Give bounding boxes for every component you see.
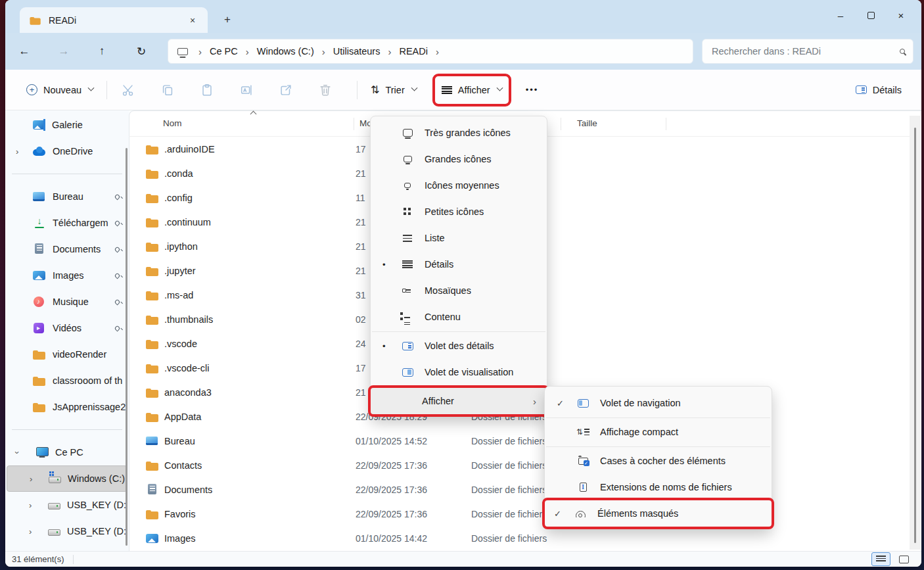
file-icon (146, 533, 159, 544)
titlebar: READi × + – × (5, 0, 921, 33)
menu-item-volet-des-details[interactable]: • Volet des détails (373, 333, 544, 359)
back-button[interactable]: ← (12, 40, 36, 62)
submenu-item-elements-masques[interactable]: ✓ Éléments masqués (545, 500, 772, 527)
scrollbar-thumb[interactable] (914, 128, 916, 543)
sidebar-item-icon (33, 191, 46, 202)
sidebar-item-icon (33, 348, 46, 360)
column-divider[interactable] (561, 118, 561, 130)
file-row[interactable]: Images 01/10/2025 14:42 Dossier de fichi… (129, 526, 910, 550)
sort-button[interactable]: ⇅ Trier (364, 76, 423, 104)
minimize-button[interactable]: – (825, 0, 856, 30)
sidebar-item[interactable]: Vidéos (7, 315, 127, 341)
column-header-size[interactable]: Taille (577, 118, 597, 128)
tab-readi[interactable]: READi × (20, 7, 208, 33)
submenu-item-volet-de-navigation[interactable]: ✓ Volet de navigation (547, 390, 769, 416)
file-icon (146, 508, 159, 520)
breadcrumb[interactable]: › Ce PC › Windows (C:) › Utilisateurs › … (168, 39, 693, 64)
column-header-name[interactable]: Nom (163, 118, 182, 128)
sidebar-item-ce-pc[interactable]: › Ce PC (7, 439, 127, 465)
menu-item-details[interactable]: • Détails (373, 251, 544, 277)
trash-icon (318, 83, 333, 97)
search-icon[interactable] (900, 49, 905, 54)
chevron-right-icon[interactable]: › (29, 500, 32, 510)
menu-item-contenu[interactable]: Contenu (373, 304, 544, 330)
sidebar-item[interactable]: Galerie (7, 112, 127, 138)
breadcrumb-item[interactable]: READi (399, 46, 428, 57)
copy-button[interactable] (153, 77, 182, 103)
breadcrumb-chevron-icon[interactable]: › (191, 46, 210, 57)
details-view-toggle[interactable] (871, 552, 890, 566)
file-row[interactable]: Favoris 22/09/2025 17:36 Dossier de fich… (129, 502, 910, 526)
breadcrumb-chevron-icon[interactable]: › (428, 46, 447, 57)
search-box[interactable] (702, 39, 913, 64)
submenu-item-cases-a-cocher[interactable]: Cases à cocher des éléments (547, 448, 769, 474)
search-input[interactable] (712, 46, 900, 57)
sidebar-item[interactable]: Images (7, 262, 127, 289)
sidebar-item[interactable]: JsApprenissage2 (7, 394, 127, 420)
menu-item-afficher-submenu[interactable]: Afficher › (371, 388, 547, 414)
plus-circle-icon: + (26, 84, 37, 95)
tab-close-icon[interactable]: × (185, 13, 200, 28)
file-icon (146, 265, 159, 277)
delete-button[interactable] (311, 77, 340, 103)
maximize-button[interactable] (856, 0, 886, 30)
menu-item-petites-icones[interactable]: Petites icônes (373, 199, 544, 225)
column-divider[interactable] (666, 118, 666, 130)
file-row[interactable]: Bureau 01/10/2025 14:52 Dossier de fichi… (129, 429, 910, 453)
sidebar-item-windows-c[interactable]: › Windows (C:) (7, 465, 127, 492)
file-row[interactable]: Documents 22/09/2025 17:36 Dossier de fi… (129, 477, 910, 502)
sidebar-item[interactable]: Documents (7, 236, 127, 262)
sidebar-item-usb-key-2[interactable]: › USB_KEY (D:) (7, 518, 127, 544)
close-button[interactable]: × (886, 0, 916, 30)
share-button[interactable] (271, 77, 300, 103)
menu-item-liste[interactable]: Liste (373, 225, 544, 251)
submenu-item-extensions[interactable]: Extensions de noms de fichiers (547, 474, 769, 500)
menu-item-icones-moyennes[interactable]: Icônes moyennes (373, 172, 544, 199)
chevron-right-icon[interactable]: › (29, 527, 32, 536)
menu-item-grandes-icones[interactable]: Grandes icônes (373, 146, 544, 172)
large-icons-view-toggle[interactable] (894, 552, 913, 566)
drive-icon (47, 525, 60, 537)
sidebar-item[interactable]: videoRender (7, 341, 127, 368)
navigation-pane: Galerie › OneDrive Bureau Téléchargem (5, 110, 129, 551)
up-button[interactable]: ↑ (90, 40, 114, 62)
details-pane-button[interactable]: Détails (849, 76, 908, 104)
share-icon (279, 83, 293, 97)
sidebar-scrollbar[interactable] (126, 148, 127, 546)
chevron-right-icon[interactable]: › (16, 147, 18, 156)
file-row[interactable]: Contacts 22/09/2025 17:36 Dossier de fic… (129, 453, 910, 477)
sort-ascending-icon[interactable] (250, 111, 257, 118)
breadcrumb-chevron-icon[interactable]: › (314, 46, 333, 57)
sidebar-item[interactable]: › OneDrive (7, 138, 127, 164)
submenu-item-affichage-compact[interactable]: ⇅ Affichage compact (547, 419, 769, 445)
breadcrumb-chevron-icon[interactable]: › (380, 46, 399, 57)
sidebar-item[interactable]: Musique (7, 289, 127, 315)
sidebar-item-label: USB_KEY (D:) (67, 526, 127, 536)
file-modified-date: 22/09/2025 17:36 (356, 509, 471, 519)
new-button[interactable]: + Nouveau (20, 76, 100, 104)
chevron-down-icon[interactable]: › (12, 451, 22, 454)
cut-button[interactable] (114, 77, 143, 103)
sidebar-item[interactable]: classrooom of th (7, 368, 127, 394)
refresh-button[interactable]: ↻ (129, 40, 153, 62)
forward-button[interactable]: → (52, 40, 76, 62)
sidebar-item-usb-key-1[interactable]: › USB_KEY (D:) (7, 492, 127, 518)
menu-item-volet-de-visualisation[interactable]: Volet de visualisation (373, 359, 544, 385)
menu-item-tres-grandes-icones[interactable]: Très grandes icônes (373, 120, 544, 146)
vertical-scrollbar[interactable] (910, 116, 921, 550)
view-button[interactable]: Afficher (435, 76, 509, 104)
sidebar-item[interactable]: Bureau (7, 183, 127, 210)
file-icon (146, 387, 159, 398)
more-options-button[interactable]: ••• (518, 85, 547, 95)
paste-button[interactable] (193, 77, 221, 103)
column-divider[interactable] (354, 118, 354, 130)
breadcrumb-chevron-icon[interactable]: › (238, 46, 257, 57)
chevron-right-icon[interactable]: › (30, 474, 32, 484)
breadcrumb-item[interactable]: Ce PC (210, 46, 238, 57)
rename-button[interactable] (232, 77, 261, 103)
breadcrumb-item[interactable]: Windows (C:) (257, 46, 314, 57)
new-tab-button[interactable]: + (218, 11, 237, 29)
menu-item-mosaiques[interactable]: Mosaïques (373, 277, 544, 304)
breadcrumb-item[interactable]: Utilisateurs (333, 46, 381, 57)
sidebar-item[interactable]: Téléchargem (7, 210, 127, 236)
